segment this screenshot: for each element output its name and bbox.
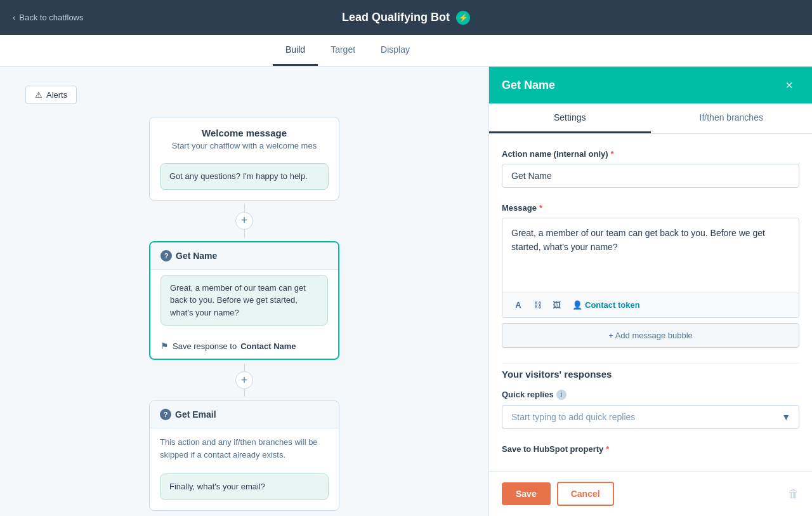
tab-bar: Build Target Display bbox=[0, 35, 812, 67]
message-label: Message * bbox=[502, 203, 799, 213]
main-layout: ⚠ Alerts Welcome message Start your chat… bbox=[0, 67, 812, 516]
panel-title: Get Name bbox=[502, 79, 555, 92]
flag-icon: ⚑ bbox=[160, 341, 169, 351]
quick-replies-select[interactable]: Start typing to add quick replies bbox=[502, 405, 799, 429]
flow-container: Welcome message Start your chatflow with… bbox=[149, 117, 339, 511]
panel-tab-ifthen[interactable]: If/then branches bbox=[651, 103, 813, 133]
quick-replies-label: Quick replies i bbox=[502, 390, 799, 400]
alert-triangle-icon: ⚠ bbox=[35, 90, 43, 100]
welcome-card[interactable]: Welcome message Start your chatflow with… bbox=[149, 117, 339, 201]
get-email-card-header: ? Get Email bbox=[150, 401, 339, 428]
panel-close-button[interactable]: × bbox=[779, 75, 799, 95]
top-nav: ‹ Back to chatflows Lead Qualifying Bot … bbox=[0, 0, 812, 35]
plus-connector-1: + bbox=[235, 201, 253, 241]
visitors-responses-title: Your visitors' responses bbox=[502, 363, 799, 380]
panel-footer: Save Cancel 🗑 bbox=[489, 471, 812, 516]
action-name-group: Action name (internal only) * bbox=[502, 149, 799, 188]
hubspot-required-star: * bbox=[606, 444, 609, 454]
panel-header: Get Name × bbox=[489, 67, 812, 103]
plus-connector-2: + bbox=[235, 360, 253, 400]
save-response-field: Contact Name bbox=[240, 341, 296, 351]
question-icon-2: ? bbox=[160, 409, 171, 420]
add-message-bubble-button[interactable]: + Add message bubble bbox=[502, 323, 799, 348]
back-arrow-icon: ‹ bbox=[13, 13, 15, 22]
back-to-chatflows-link[interactable]: ‹ Back to chatflows bbox=[13, 13, 84, 22]
get-email-card[interactable]: ? Get Email This action and any if/then … bbox=[149, 400, 339, 511]
textarea-toolbar: A ⛓ 🖼 👤 Contact token bbox=[502, 293, 799, 317]
quick-replies-wrapper: Start typing to add quick replies ▼ bbox=[502, 405, 799, 429]
cancel-button[interactable]: Cancel bbox=[557, 482, 614, 506]
get-email-bubble: Finally, what's your email? bbox=[160, 473, 329, 500]
add-step-button-1[interactable]: + bbox=[235, 212, 253, 230]
title-text: Lead Qualifying Bot bbox=[342, 11, 450, 24]
message-group: Message * Great, a member of our team ca… bbox=[502, 203, 799, 348]
save-response-row: ⚑ Save response to Contact Name bbox=[150, 336, 338, 359]
alerts-button[interactable]: ⚠ Alerts bbox=[25, 86, 77, 104]
save-to-hubspot-group: Save to HubSpot property * bbox=[502, 444, 799, 454]
canvas: ⚠ Alerts Welcome message Start your chat… bbox=[0, 67, 488, 516]
contact-token-label: Contact token bbox=[585, 300, 640, 310]
connector-line-2 bbox=[244, 230, 245, 237]
required-star: * bbox=[611, 149, 614, 159]
delete-icon[interactable]: 🗑 bbox=[788, 487, 799, 501]
get-email-card-title: Get Email bbox=[175, 409, 216, 420]
message-textarea[interactable]: Great, a member of our team can get back… bbox=[502, 218, 799, 291]
right-panel: Get Name × Settings If/then branches Act… bbox=[488, 67, 812, 516]
alerts-label: Alerts bbox=[46, 90, 67, 100]
get-name-card[interactable]: ? Get Name Great, a member of our team c… bbox=[149, 241, 339, 361]
back-link-label: Back to chatflows bbox=[19, 13, 83, 22]
image-icon[interactable]: 🖼 bbox=[549, 298, 563, 312]
get-email-description: This action and any if/then branches wil… bbox=[150, 428, 339, 468]
message-textarea-container: Great, a member of our team can get back… bbox=[502, 218, 799, 318]
connector-line bbox=[244, 204, 245, 212]
message-required-star: * bbox=[539, 203, 542, 213]
page-title: Lead Qualifying Bot ⚡ bbox=[342, 11, 470, 25]
panel-tab-settings[interactable]: Settings bbox=[489, 103, 651, 133]
panel-tabs: Settings If/then branches bbox=[489, 103, 812, 134]
quick-replies-group: Quick replies i Start typing to add quic… bbox=[502, 390, 799, 429]
save-to-hubspot-label: Save to HubSpot property * bbox=[502, 444, 799, 454]
welcome-bubble: Got any questions? I'm happy to help. bbox=[160, 163, 329, 190]
welcome-card-title: Welcome message bbox=[150, 117, 339, 141]
panel-body: Action name (internal only) * Message * … bbox=[489, 134, 812, 471]
tab-target[interactable]: Target bbox=[318, 35, 368, 66]
quick-replies-placeholder: Start typing to add quick replies bbox=[511, 412, 635, 422]
add-step-button-2[interactable]: + bbox=[235, 371, 253, 389]
get-email-description-text: This action and any if/then branches wil… bbox=[160, 437, 318, 460]
save-button[interactable]: Save bbox=[502, 482, 551, 505]
get-name-card-header: ? Get Name bbox=[150, 242, 338, 270]
get-name-bubble: Great, a member of our team can get back… bbox=[160, 275, 328, 326]
save-response-label: Save response to bbox=[173, 341, 237, 351]
get-name-card-title: Get Name bbox=[176, 251, 217, 261]
question-icon: ? bbox=[160, 250, 172, 261]
connector-line-3 bbox=[244, 364, 245, 371]
tab-display[interactable]: Display bbox=[368, 35, 422, 66]
action-name-input[interactable] bbox=[502, 164, 799, 188]
tab-build[interactable]: Build bbox=[273, 35, 318, 66]
link-icon[interactable]: ⛓ bbox=[530, 298, 544, 312]
quick-replies-info-icon: i bbox=[556, 390, 566, 400]
bold-icon[interactable]: A bbox=[511, 298, 525, 312]
action-name-label: Action name (internal only) * bbox=[502, 149, 799, 159]
title-icon: ⚡ bbox=[456, 11, 470, 25]
welcome-card-subtitle: Start your chatflow with a welcome mes bbox=[150, 141, 339, 158]
connector-line-4 bbox=[244, 389, 245, 397]
contact-token-button[interactable]: 👤 Contact token bbox=[568, 299, 644, 311]
contact-token-icon: 👤 bbox=[572, 300, 582, 310]
